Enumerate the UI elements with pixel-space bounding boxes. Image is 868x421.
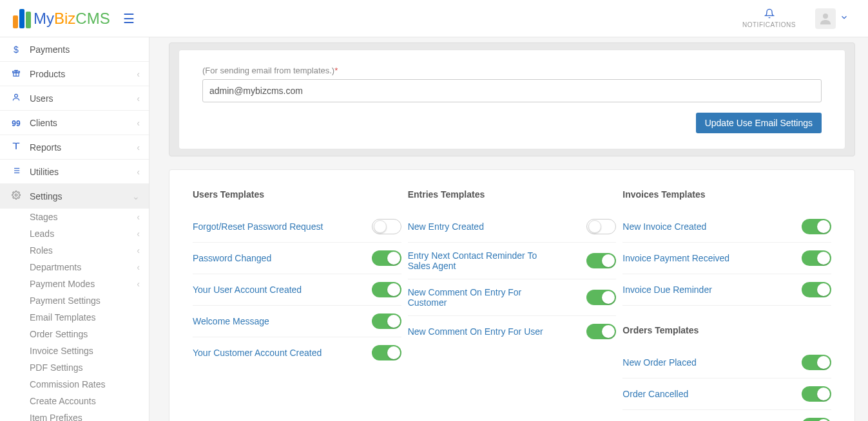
template-toggle[interactable] (802, 282, 831, 297)
chevron-left-icon: ‹ (137, 142, 140, 153)
template-link[interactable]: New Order Placed (622, 357, 696, 368)
sidebar-item-label: Utilities (30, 167, 137, 177)
sidebar-sub-label: Invoice Settings (30, 346, 140, 356)
main-content: (For sending email from templates.)* Upd… (149, 37, 868, 421)
template-toggle[interactable] (372, 282, 401, 297)
template-toggle[interactable] (802, 219, 831, 234)
brand-logo[interactable]: MyBizCMS (13, 9, 110, 28)
99-icon: 99 (9, 118, 23, 128)
template-row: Your User Account Created (193, 274, 401, 306)
sidebar-item-payments[interactable]: $Payments (0, 37, 149, 62)
gift-icon (9, 68, 23, 79)
users-templates-column: Users TemplatesForgot/Reset Password Req… (193, 185, 401, 421)
template-toggle[interactable] (586, 324, 616, 339)
sidebar-sub-label: Commission Rates (30, 379, 140, 389)
sidebar-sub-label: Order Settings (30, 329, 140, 339)
svg-point-4 (15, 94, 18, 97)
chevron-left-icon: ‹ (137, 245, 140, 256)
sidebar-sub-pdf-settings[interactable]: PDF Settings (0, 359, 149, 376)
template-toggle[interactable] (802, 418, 831, 421)
template-link[interactable]: Order Cancelled (622, 389, 688, 399)
update-email-settings-button[interactable]: Update Use Email Settings (696, 113, 822, 133)
template-row: Invoice Payment Received (622, 243, 831, 274)
book-icon (9, 142, 23, 153)
template-link[interactable]: Welcome Message (193, 316, 269, 326)
template-link[interactable]: New Invoice Created (622, 221, 706, 232)
logo-bars-icon (13, 9, 31, 28)
chevron-down-icon: ⌄ (132, 191, 140, 201)
template-link[interactable]: New Comment On Entry For Customer (408, 287, 550, 308)
notifications-button[interactable]: NOTIFICATIONS (742, 8, 796, 28)
sidebar-sub-order-settings[interactable]: Order Settings (0, 326, 149, 342)
chevron-left-icon: ‹ (137, 279, 140, 289)
sidebar-sub-label: Item Prefixes (30, 413, 140, 421)
sidebar-item-label: Users (30, 93, 137, 104)
sidebar-item-reports[interactable]: Reports‹ (0, 135, 149, 160)
brand-biz: Biz (54, 10, 75, 27)
sidebar-item-utilities[interactable]: Utilities‹ (0, 160, 149, 184)
template-row: Forgot/Reset Password Request (193, 211, 401, 243)
sidebar-sub-label: Payment Modes (30, 279, 137, 289)
template-row: Order Confirmed (622, 410, 831, 421)
sidebar-sub-stages[interactable]: Stages‹ (0, 209, 149, 225)
user-menu[interactable] (815, 8, 849, 29)
template-toggle[interactable] (586, 290, 616, 305)
template-toggle[interactable] (372, 313, 401, 329)
templates-heading: Invoices Templates (622, 185, 831, 203)
template-toggle[interactable] (586, 219, 616, 234)
template-link[interactable]: Invoice Payment Received (622, 253, 729, 263)
sidebar-sub-payment-settings[interactable]: Payment Settings (0, 292, 149, 309)
template-toggle[interactable] (802, 250, 831, 266)
sidebar-item-users[interactable]: Users‹ (0, 86, 149, 111)
template-toggle[interactable] (372, 219, 401, 234)
template-link[interactable]: New Entry Created (408, 221, 484, 232)
template-row: Your Customer Account Created (193, 337, 401, 368)
sidebar-item-products[interactable]: Products‹ (0, 62, 149, 86)
sidebar-item-label: Reports (30, 142, 137, 153)
sidebar-item-label: Payments (30, 44, 140, 55)
sidebar-sub-item-prefixes[interactable]: Item Prefixes (0, 409, 149, 421)
template-toggle[interactable] (586, 253, 616, 268)
template-link[interactable]: Forgot/Reset Password Request (193, 221, 323, 232)
menu-toggle-icon[interactable]: ☰ (123, 11, 135, 26)
sidebar-sub-email-templates[interactable]: Email Templates (0, 309, 149, 326)
sidebar-sub-commission-rates[interactable]: Commission Rates (0, 376, 149, 393)
template-toggle[interactable] (802, 386, 831, 402)
template-toggle[interactable] (372, 345, 401, 360)
gear-icon (9, 191, 23, 201)
templates-heading: Entries Templates (408, 185, 617, 203)
bell-icon (742, 8, 796, 21)
sender-email-input[interactable] (202, 79, 822, 102)
template-link[interactable]: Your Customer Account Created (193, 348, 322, 358)
templates-heading: Orders Templates (622, 321, 831, 339)
template-link[interactable]: Invoice Due Reminder (622, 285, 712, 295)
template-row: Invoice Due Reminder (622, 274, 831, 306)
template-link[interactable]: Entry Next Contact Reminder To Sales Age… (408, 250, 550, 271)
svg-point-0 (823, 14, 828, 19)
template-link[interactable]: New Comment On Entry For User (408, 326, 543, 337)
sidebar-item-clients[interactable]: 99Clients‹ (0, 111, 149, 135)
template-row: New Invoice Created (622, 211, 831, 243)
template-toggle[interactable] (372, 250, 401, 266)
sidebar-sub-departments[interactable]: Departments‹ (0, 259, 149, 276)
sidebar-sub-invoice-settings[interactable]: Invoice Settings (0, 342, 149, 359)
sidebar-sub-payment-modes[interactable]: Payment Modes‹ (0, 276, 149, 292)
template-link[interactable]: Password Changed (193, 253, 271, 263)
list-icon (9, 166, 23, 177)
sidebar-item-label: Settings (30, 191, 132, 201)
avatar (815, 8, 836, 29)
template-row: Order Cancelled (622, 379, 831, 410)
sidebar-sub-label: Payment Settings (30, 295, 140, 306)
sidebar-sub-leads[interactable]: Leads‹ (0, 225, 149, 242)
email-settings-card: (For sending email from templates.)* Upd… (178, 50, 845, 149)
template-toggle[interactable] (802, 355, 831, 370)
template-row: New Comment On Entry For Customer (408, 279, 617, 316)
entries-templates-column: Entries TemplatesNew Entry CreatedEntry … (408, 185, 617, 421)
sidebar: $PaymentsProducts‹Users‹99Clients‹Report… (0, 37, 149, 421)
chevron-left-icon: ‹ (137, 167, 140, 177)
sidebar-sub-roles[interactable]: Roles‹ (0, 242, 149, 259)
sidebar-item-settings[interactable]: Settings⌄ (0, 184, 149, 209)
template-link[interactable]: Your User Account Created (193, 285, 302, 295)
sidebar-sub-create-accounts[interactable]: Create Accounts (0, 393, 149, 409)
sidebar-sub-label: Departments (30, 262, 137, 272)
